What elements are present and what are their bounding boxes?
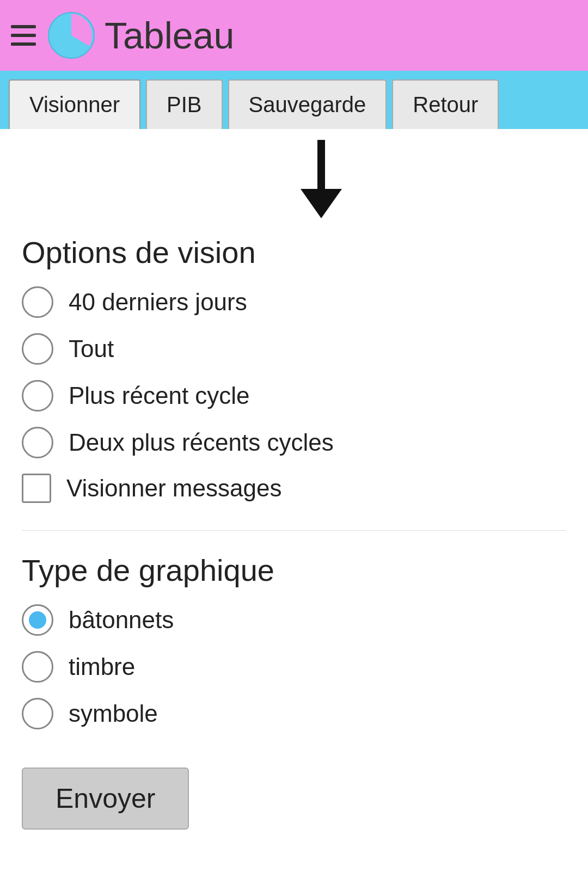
- option-batonnets[interactable]: bâtonnets: [22, 604, 566, 636]
- option-tout[interactable]: Tout: [22, 333, 566, 365]
- app-title: Tableau: [105, 14, 234, 57]
- app-logo: [47, 11, 96, 60]
- graphique-section: Type de graphique bâtonnets timbre symbo…: [22, 553, 566, 729]
- radio-batonnets[interactable]: [22, 604, 53, 636]
- label-batonnets: bâtonnets: [69, 606, 174, 634]
- radio-40-jours[interactable]: [22, 286, 53, 318]
- label-40-jours: 40 derniers jours: [69, 289, 247, 316]
- tab-visionner[interactable]: Visionner: [9, 79, 140, 129]
- label-plus-recent: Plus récent cycle: [69, 382, 250, 409]
- radio-plus-recent[interactable]: [22, 380, 53, 412]
- label-deux-cycles: Deux plus récents cycles: [69, 429, 334, 456]
- hamburger-menu-icon[interactable]: [11, 25, 36, 46]
- logo-container: Tableau: [47, 11, 234, 60]
- radio-dot-batonnets: [29, 611, 46, 629]
- radio-timbre[interactable]: [22, 651, 53, 683]
- vision-options-section: Options de vision 40 derniers jours Tout…: [22, 235, 566, 503]
- label-symbole: symbole: [69, 700, 158, 727]
- radio-tout[interactable]: [22, 333, 53, 365]
- section-divider: [22, 530, 566, 531]
- graphique-section-title: Type de graphique: [22, 553, 566, 588]
- app-header: Tableau: [0, 0, 588, 71]
- label-visionner-messages: Visionner messages: [66, 475, 281, 502]
- arrow-head: [301, 189, 342, 218]
- radio-deux-cycles[interactable]: [22, 427, 53, 458]
- arrow-indicator: [0, 129, 588, 224]
- arrow-stem: [317, 140, 325, 189]
- radio-symbole[interactable]: [22, 698, 53, 729]
- label-timbre: timbre: [69, 653, 135, 680]
- option-visionner-messages[interactable]: Visionner messages: [22, 474, 566, 503]
- tab-pib[interactable]: PIB: [146, 79, 222, 129]
- tab-sauvegarde[interactable]: Sauvegarde: [228, 79, 387, 129]
- tab-retour[interactable]: Retour: [392, 79, 499, 129]
- submit-button[interactable]: Envoyer: [22, 768, 189, 830]
- option-symbole[interactable]: symbole: [22, 698, 566, 729]
- option-40-derniers-jours[interactable]: 40 derniers jours: [22, 286, 566, 318]
- content-area: Options de vision 40 derniers jours Tout…: [0, 224, 588, 851]
- tab-bar: Visionner PIB Sauvegarde Retour: [0, 71, 588, 129]
- checkbox-visionner-messages[interactable]: [22, 474, 51, 503]
- option-plus-recent-cycle[interactable]: Plus récent cycle: [22, 380, 566, 412]
- label-tout: Tout: [69, 335, 114, 363]
- vision-section-title: Options de vision: [22, 235, 566, 270]
- option-deux-cycles[interactable]: Deux plus récents cycles: [22, 427, 566, 458]
- option-timbre[interactable]: timbre: [22, 651, 566, 683]
